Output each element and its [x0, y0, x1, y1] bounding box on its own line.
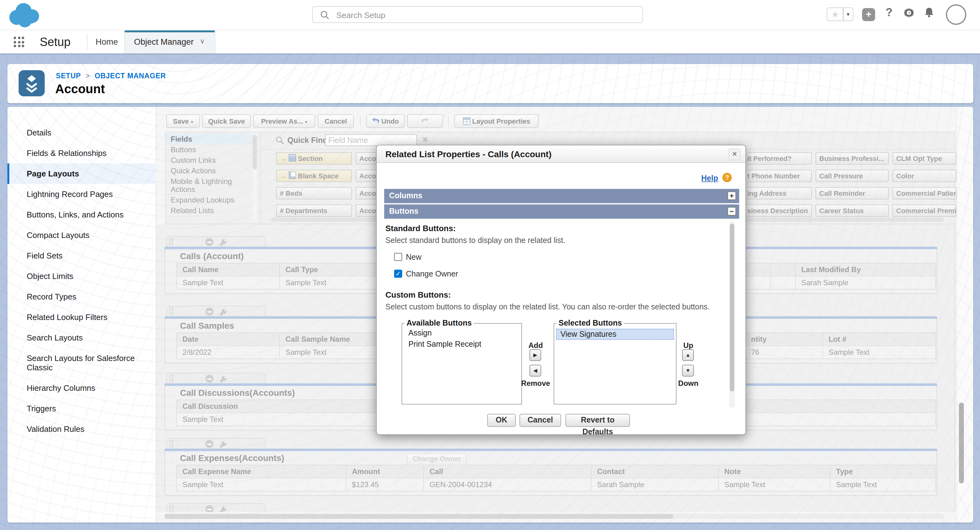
arrow-left-icon: ◀: [533, 368, 537, 374]
sidebar-item-validation-rules[interactable]: Validation Rules: [8, 419, 156, 439]
help-button[interactable]: ?: [886, 6, 892, 19]
checkmark-icon: ✓: [396, 270, 401, 277]
breadcrumb-link-object-manager[interactable]: OBJECT MANAGER: [95, 72, 166, 80]
favorites-button[interactable]: ★ ▾: [827, 8, 853, 21]
setup-gear-icon[interactable]: [903, 7, 915, 19]
salesforce-setup-app: ★ ▾ + ? Setup Home Obje: [0, 0, 980, 530]
help-badge-icon[interactable]: ?: [722, 173, 732, 182]
chevron-down-icon[interactable]: ∨: [200, 30, 205, 52]
list-item-view-signatures[interactable]: View Signatures: [556, 329, 674, 340]
help-link[interactable]: Help: [701, 174, 718, 183]
cancel-button-modal[interactable]: Cancel: [519, 414, 561, 427]
breadcrumb-link-setup[interactable]: SETUP: [56, 72, 81, 80]
sidebar-item-search-layouts-classic[interactable]: Search Layouts for Salesforce Classic: [8, 348, 156, 378]
sidebar-item-search-layouts[interactable]: Search Layouts: [8, 327, 156, 348]
down-button[interactable]: ▼: [682, 365, 694, 377]
sidebar-item-triggers[interactable]: Triggers: [8, 398, 156, 419]
dialog-title: Related List Properties - Calls (Account…: [385, 149, 552, 159]
selected-buttons-list: Selected Buttons View Signatures: [554, 319, 676, 404]
tab-object-manager-label: Object Manager: [134, 30, 194, 53]
dialog-scrollbar[interactable]: [729, 221, 735, 408]
custom-buttons-heading: Custom Buttons:: [385, 290, 451, 300]
checkbox-new-label: New: [406, 253, 422, 262]
favorites-caret-icon[interactable]: ▾: [843, 8, 853, 21]
sidebar-item-record-types[interactable]: Record Types: [8, 286, 156, 307]
standard-buttons-heading: Standard Buttons:: [385, 223, 456, 233]
close-button[interactable]: ×: [729, 148, 740, 160]
sidebar-item-page-layouts[interactable]: Page Layouts: [8, 163, 156, 184]
sidebar-item-field-sets[interactable]: Field Sets: [8, 246, 156, 266]
ok-button[interactable]: OK: [487, 414, 516, 427]
section-bar-label: Columns: [389, 192, 422, 200]
quick-create-button[interactable]: +: [862, 8, 875, 21]
breadcrumb: SETUP > OBJECT MANAGER: [56, 72, 166, 80]
arrow-right-icon: ▶: [533, 352, 537, 358]
remove-label: Remove: [519, 379, 552, 388]
up-button[interactable]: ▲: [682, 349, 694, 361]
arrow-down-icon: ▼: [686, 368, 690, 374]
standard-buttons-description: Select standard buttons to display on th…: [385, 236, 565, 245]
user-avatar[interactable]: [946, 4, 966, 25]
sidebar-item-details[interactable]: Details: [8, 122, 156, 143]
sidebar-item-related-lookup-filters[interactable]: Related Lookup Filters: [8, 307, 156, 327]
custom-buttons-description: Select custom buttons to display on the …: [385, 303, 710, 311]
plus-icon: +: [866, 9, 872, 19]
list-item-assign[interactable]: Assign: [402, 327, 521, 338]
help-icon: ?: [886, 6, 892, 19]
dialog-titlebar: Related List Properties - Calls (Account…: [377, 145, 745, 163]
down-label: Down: [673, 379, 703, 388]
global-search: [312, 6, 643, 23]
section-bar-columns[interactable]: Columns +: [384, 189, 739, 203]
remove-button[interactable]: ◀: [530, 365, 541, 377]
up-label: Up: [676, 341, 701, 350]
available-buttons-legend: Available Buttons: [405, 319, 474, 327]
close-icon: ×: [732, 149, 737, 158]
collapse-toggle-icon[interactable]: −: [727, 207, 736, 216]
checkbox-new[interactable]: [394, 253, 402, 261]
salesforce-logo: [6, 2, 42, 28]
app-launcher-icon[interactable]: [14, 37, 25, 48]
bell-icon[interactable]: [924, 7, 935, 19]
tab-object-manager[interactable]: Object Manager ∨: [124, 30, 215, 53]
setup-app-label: Setup: [40, 35, 70, 49]
section-bar-buttons[interactable]: Buttons −: [384, 204, 739, 219]
search-icon: [320, 11, 329, 20]
editor-scrollbar-vertical[interactable]: [956, 107, 973, 522]
sidebar-item-fields-relationships[interactable]: Fields & Relationships: [8, 143, 156, 163]
revert-to-defaults-button[interactable]: Revert to Defaults: [565, 414, 630, 427]
list-item-print-sample-receipt[interactable]: Print Sample Receipt: [402, 338, 521, 350]
sidebar-item-hierarchy-columns[interactable]: Hierarchy Columns: [8, 378, 156, 398]
sidebar-item-compact-layouts[interactable]: Compact Layouts: [8, 225, 156, 246]
sidebar-item-object-limits[interactable]: Object Limits: [8, 266, 156, 286]
add-button[interactable]: ▶: [530, 349, 541, 361]
sidebar: Details Fields & Relationships Page Layo…: [8, 107, 156, 522]
arrow-up-icon: ▲: [686, 352, 690, 358]
related-list-properties-dialog: Related List Properties - Calls (Account…: [376, 145, 746, 435]
tab-home[interactable]: Home: [93, 30, 120, 53]
selected-buttons-legend: Selected Buttons: [557, 319, 624, 327]
object-header-card: SETUP > OBJECT MANAGER Account: [8, 64, 973, 103]
sidebar-item-lightning-record-pages[interactable]: Lightning Record Pages: [8, 184, 156, 204]
checkbox-change-owner-label: Change Owner: [406, 270, 458, 278]
favorites-star-icon[interactable]: ★: [827, 8, 843, 21]
checkbox-change-owner[interactable]: ✓: [394, 270, 402, 278]
setup-nav: Setup Home Object Manager ∨: [0, 30, 980, 53]
object-icon: [19, 70, 45, 96]
search-input[interactable]: [335, 8, 636, 22]
page-title: Account: [55, 82, 105, 96]
divider: [87, 34, 88, 50]
breadcrumb-separator: >: [83, 72, 92, 80]
available-buttons-list: Available Buttons Assign Print Sample Re…: [402, 319, 522, 404]
section-bar-label: Buttons: [389, 207, 418, 216]
expand-icon[interactable]: +: [727, 192, 736, 200]
scrollbar-thumb[interactable]: [730, 223, 734, 391]
scrollbar-thumb[interactable]: [959, 402, 964, 484]
add-label: Add: [523, 341, 548, 350]
sidebar-item-buttons-links-actions[interactable]: Buttons, Links, and Actions: [8, 204, 156, 225]
global-header: ★ ▾ + ?: [0, 0, 980, 30]
